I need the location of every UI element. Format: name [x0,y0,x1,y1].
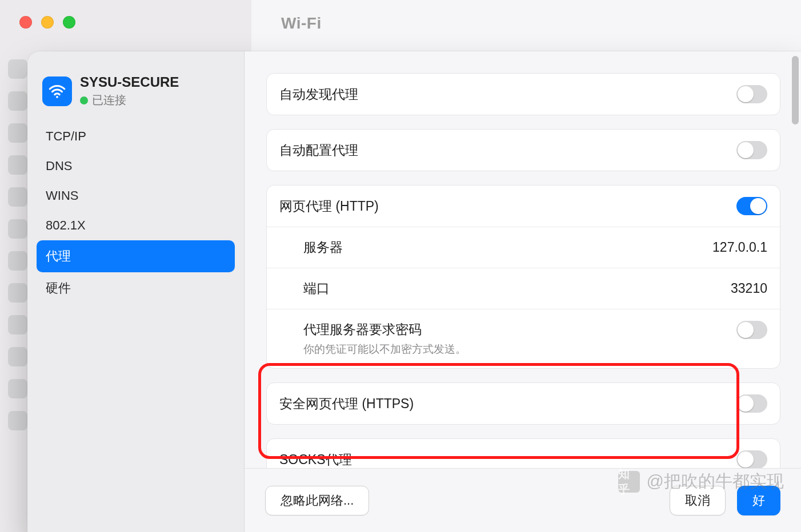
row-http-proxy: 网页代理 (HTTP) [267,186,780,227]
network-status: 已连接 [80,92,179,108]
auto-discover-label: 自动发现代理 [279,86,358,103]
row-auto-config: 自动配置代理 [267,130,780,171]
auto-config-label: 自动配置代理 [279,142,358,159]
sidebar-tile [8,59,27,79]
http-server-value[interactable]: 127.0.0.1 [712,240,767,255]
http-auth-label: 代理服务器要求密码 [303,321,466,338]
http-proxy-toggle[interactable] [736,197,767,215]
sidebar-tile [8,379,27,398]
row-http-auth: 代理服务器要求密码 你的凭证可能以不加密方式发送。 [267,309,780,368]
row-auto-discover: 自动发现代理 [267,74,780,115]
sidebar-item-tcpip[interactable]: TCP/IP [37,122,235,151]
sidebar-item-hardware[interactable]: 硬件 [37,272,235,304]
sidebar-tile [8,315,27,334]
sidebar-tile [8,251,27,271]
group-auto-discover: 自动发现代理 [266,73,780,115]
wifi-icon [42,76,72,106]
http-server-label: 服务器 [303,239,343,256]
network-details-sheet: SYSU-SECURE 已连接 TCP/IP DNS WINS 802.1X 代… [27,51,801,532]
sidebar-item-wins[interactable]: WINS [37,181,235,211]
parent-title: Wi-Fi [281,14,322,33]
cancel-button[interactable]: 取消 [670,486,726,515]
row-https-proxy: 安全网页代理 (HTTPS) [267,383,780,424]
network-info: SYSU-SECURE 已连接 [80,74,179,108]
ok-button[interactable]: 好 [737,486,780,515]
group-http-proxy: 网页代理 (HTTP) 服务器 127.0.0.1 端口 33210 代理服务器… [266,185,780,369]
sheet-main: 自动发现代理 自动配置代理 网页代理 (HTTP) 服务器 127.0.0.1 [245,51,801,532]
window-controls [19,16,75,29]
network-status-text: 已连接 [92,92,126,108]
sidebar-tile [8,219,27,239]
sidebar-tile [8,187,27,207]
proxy-settings-scroll: 自动发现代理 自动配置代理 网页代理 (HTTP) 服务器 127.0.0.1 [245,51,791,468]
row-socks-proxy: SOCKS代理 [267,439,780,468]
minimize-window-button[interactable] [41,16,54,29]
auto-config-toggle[interactable] [736,141,767,159]
sidebar-tile [8,155,27,175]
socks-proxy-label: SOCKS代理 [279,451,352,469]
row-http-port: 端口 33210 [267,268,780,309]
vertical-scrollbar[interactable] [792,56,799,124]
sheet-footer: 忽略此网络... 取消 好 [245,468,801,532]
sidebar-tile [8,411,27,430]
http-port-label: 端口 [303,280,330,297]
https-proxy-toggle[interactable] [736,394,767,413]
network-name: SYSU-SECURE [80,74,179,90]
close-window-button[interactable] [19,16,32,29]
system-settings-sidebar-strip [0,47,30,532]
socks-proxy-toggle[interactable] [736,450,767,468]
http-auth-toggle[interactable] [736,321,767,339]
http-auth-texts: 代理服务器要求密码 你的凭证可能以不加密方式发送。 [303,321,466,357]
http-proxy-label: 网页代理 (HTTP) [279,198,379,215]
footer-right: 取消 好 [670,486,780,515]
forget-network-button[interactable]: 忽略此网络... [265,486,369,515]
group-https-proxy: 安全网页代理 (HTTPS) [266,382,780,425]
http-auth-hint: 你的凭证可能以不加密方式发送。 [303,342,466,357]
http-port-value[interactable]: 33210 [731,281,767,296]
sheet-sidebar: SYSU-SECURE 已连接 TCP/IP DNS WINS 802.1X 代… [27,51,245,532]
parent-titlebar: Wi-Fi [0,0,801,47]
zoom-window-button[interactable] [63,16,75,29]
sidebar-item-8021x[interactable]: 802.1X [37,211,235,240]
sidebar-tile [8,283,27,303]
auto-discover-toggle[interactable] [736,85,767,103]
sidebar-tile [8,123,27,143]
group-auto-config: 自动配置代理 [266,129,780,171]
network-header: SYSU-SECURE 已连接 [37,68,235,118]
sidebar-tile [8,347,27,366]
group-socks-proxy: SOCKS代理 [266,438,780,468]
sidebar-item-proxy[interactable]: 代理 [37,240,235,272]
sheet-tab-list: TCP/IP DNS WINS 802.1X 代理 硬件 [37,122,235,304]
sidebar-item-dns[interactable]: DNS [37,151,235,181]
https-proxy-label: 安全网页代理 (HTTPS) [279,395,414,413]
row-http-server: 服务器 127.0.0.1 [267,227,780,268]
sidebar-tile [8,91,27,111]
status-dot-icon [80,96,88,104]
svg-point-0 [56,96,58,98]
